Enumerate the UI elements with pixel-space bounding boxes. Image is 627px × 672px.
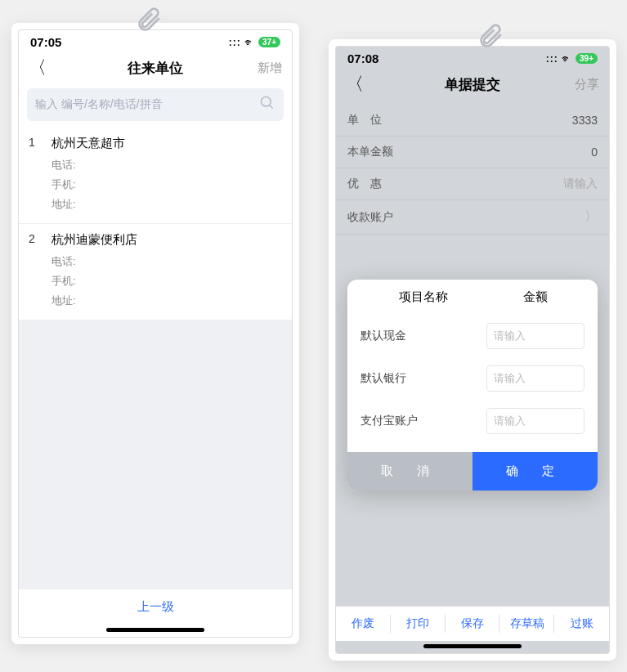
home-indicator [423, 644, 522, 648]
item-mobile: 手机: [52, 274, 282, 289]
modal-row-label: 支付宝账户 [361, 414, 478, 428]
chevron-right-icon: 〉 [584, 208, 598, 226]
battery-icon: 37+ [258, 37, 280, 47]
detail-value: 3333 [572, 114, 598, 127]
item-index: 1 [29, 136, 40, 217]
search-icon [259, 95, 275, 114]
share-button[interactable]: 分享 [575, 77, 599, 92]
home-indicator [106, 628, 204, 632]
detail-label: 收款账户 [347, 210, 393, 225]
detail-label: 单 位 [347, 113, 382, 128]
item-name: 杭州迪蒙便利店 [52, 232, 282, 248]
status-time: 07:08 [347, 52, 378, 65]
nav-bar: 〈 单据提交 分享 [336, 67, 609, 105]
toolbar-print[interactable]: 打印 [391, 607, 446, 641]
up-level-button[interactable]: 上一级 [19, 589, 292, 625]
toolbar-post[interactable]: 过账 [554, 607, 609, 641]
item-mobile: 手机: [52, 177, 282, 192]
toolbar-void[interactable]: 作废 [336, 607, 391, 641]
modal-row-input[interactable]: 请输入 [486, 408, 584, 434]
item-address: 地址: [52, 293, 282, 308]
detail-row-account[interactable]: 收款账户 〉 [336, 200, 609, 235]
page-title: 往来单位 [19, 59, 292, 78]
modal-row-label: 默认现金 [361, 329, 478, 343]
nav-bar: 〈 往来单位 新增 [19, 51, 292, 88]
phone-2: 07:08 ::: ᯤ 39+ 〈 单据提交 分享 单 位 3333 本单金额 … [329, 39, 616, 661]
item-address: 地址: [52, 197, 282, 212]
item-phone: 电话: [52, 158, 282, 172]
toolbar-save[interactable]: 保存 [446, 607, 500, 641]
phone-1: 07:05 ::: ᯤ 37+ 〈 往来单位 新增 输入 编号/名称/电话/拼音… [11, 23, 299, 644]
svg-point-0 [262, 97, 271, 107]
battery-icon: 39+ [575, 53, 598, 64]
add-button[interactable]: 新增 [258, 60, 282, 76]
status-time: 07:05 [30, 35, 61, 49]
payment-modal: 项目名称 金额 默认现金 请输入 默认银行 请输入 支付宝账户 请输入 取 消 … [347, 280, 598, 491]
detail-row-discount[interactable]: 优 惠 请输入 [336, 168, 609, 200]
paperclip-icon [135, 3, 163, 38]
item-index: 2 [29, 232, 40, 313]
svg-line-1 [270, 105, 273, 109]
modal-row-label: 默认银行 [361, 371, 478, 386]
modal-head-amount: 金额 [486, 289, 584, 305]
signal-icon: ::: ᯤ [546, 53, 572, 65]
detail-value: 0 [591, 146, 598, 159]
signal-icon: ::: ᯤ [229, 37, 255, 48]
item-phone: 电话: [52, 254, 282, 269]
detail-label: 优 惠 [347, 177, 382, 191]
detail-row-amount: 本单金额 0 [336, 137, 609, 168]
confirm-button[interactable]: 确 定 [472, 452, 598, 491]
list-item[interactable]: 2 杭州迪蒙便利店 电话: 手机: 地址: [19, 224, 292, 320]
modal-row-input[interactable]: 请输入 [486, 365, 584, 392]
bottom-toolbar: 作废 打印 保存 存草稿 过账 [336, 606, 609, 641]
detail-row-unit: 单 位 3333 [336, 105, 609, 137]
back-button[interactable]: 〈 [29, 56, 47, 80]
paperclip-icon [477, 20, 504, 54]
page-title: 单据提交 [336, 75, 609, 94]
detail-placeholder: 请输入 [563, 177, 598, 191]
modal-head-name: 项目名称 [361, 289, 486, 305]
detail-label: 本单金额 [347, 145, 393, 159]
list-item[interactable]: 1 杭州天意超市 电话: 手机: 地址: [19, 128, 292, 224]
back-button[interactable]: 〈 [346, 72, 364, 96]
status-bar: 07:08 ::: ᯤ 39+ [336, 47, 609, 67]
company-list: 1 杭州天意超市 电话: 手机: 地址: 2 杭州迪蒙便利店 电话: 手机: 地… [19, 128, 292, 589]
search-placeholder: 输入 编号/名称/电话/拼音 [35, 97, 259, 112]
search-input[interactable]: 输入 编号/名称/电话/拼音 [27, 88, 284, 121]
cancel-button[interactable]: 取 消 [347, 452, 472, 491]
modal-row-input[interactable]: 请输入 [486, 323, 584, 349]
toolbar-draft[interactable]: 存草稿 [499, 607, 554, 641]
item-name: 杭州天意超市 [52, 136, 282, 151]
